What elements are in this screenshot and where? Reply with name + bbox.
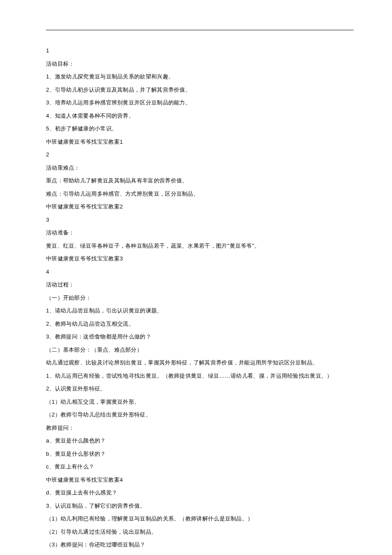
text-line: 5、初步了解健康的小常识。	[46, 124, 354, 133]
text-line: 重点：帮助幼儿了解黄豆及其制品具有丰富的营养价值。	[46, 176, 354, 185]
text-line: d、黄豆摸上去有什么感觉？	[46, 489, 354, 497]
text-line: 2	[46, 150, 354, 159]
text-line: 幼儿通过观察、比较及讨论辨别出黄豆，掌握其外形特征，了解其营养价值，并能运用所学…	[46, 358, 354, 367]
text-line: （2）引导幼儿通过生活经验，说出豆制品。	[46, 528, 354, 536]
text-line: （4）帮助幼儿了解豆制品具有的丰富营养价值。	[46, 554, 354, 555]
text-line: （1）幼儿利用已有经验，理解黄豆与豆制品的关系。（教师讲解什么是豆制品。）	[46, 515, 354, 523]
document-page: 1活动目标：1、激发幼儿探究黄豆与豆制品关系的欲望和兴趣。2、引导幼儿初步认识黄…	[0, 0, 392, 555]
text-line: （一）开始部分：	[46, 294, 354, 302]
text-line: 3、教师提问：这些食物都是用什么做的？	[46, 332, 354, 341]
text-line: 3	[46, 216, 354, 224]
text-line: （二）基本部分：（重点、难点部分）	[46, 346, 354, 354]
text-line: 4	[46, 268, 354, 276]
text-line: 教师提问：	[46, 424, 354, 432]
text-line: 2、认识黄豆外形特征。	[46, 384, 354, 393]
text-line: 中班健康黄豆爷爷找宝宝教案2	[46, 202, 354, 211]
text-line: c、黄豆上有什么？	[46, 462, 354, 471]
text-line: 中班健康黄豆爷爷找宝宝教案1	[46, 138, 354, 146]
text-line: 难点：引导幼儿运用多种感官、方式辨别黄豆，区分豆制品。	[46, 190, 354, 198]
text-line: 中班健康黄豆爷爷找宝宝教案3	[46, 254, 354, 263]
text-line: （1）幼儿相互交流，掌握黄豆外形。	[46, 398, 354, 406]
text-line: （2）教师引导幼儿总结出黄豆外形特征。	[46, 410, 354, 419]
text-line: 活动准备：	[46, 228, 354, 237]
text-line: 3、培养幼儿运用多种感官辨别黄豆并区分豆制品的能力。	[46, 98, 354, 107]
text-line: 3、认识豆制品，了解它们的营养价值。	[46, 502, 354, 510]
text-line: b、黄豆是什么形状的？	[46, 450, 354, 458]
text-line: 2、教师与幼儿边品尝边互相交流。	[46, 320, 354, 328]
text-line: 活动目标：	[46, 60, 354, 68]
text-line: 1	[46, 46, 354, 55]
text-line: 2、引导幼儿初步认识黄豆及其制品，并了解其营养价值。	[46, 86, 354, 94]
text-line: 1、激发幼儿探究黄豆与豆制品关系的欲望和兴趣。	[46, 72, 354, 81]
text-line: 黄豆、红豆、绿豆等各种豆子，各种豆制品若干，蔬菜、水果若干，图片"黄豆爷爷"。	[46, 242, 354, 250]
text-line: 4、知道人体需要各种不同的营养。	[46, 112, 354, 120]
text-line: 活动过程：	[46, 280, 354, 289]
top-divider	[46, 30, 354, 30]
text-line: 活动重难点：	[46, 164, 354, 172]
document-content: 1活动目标：1、激发幼儿探究黄豆与豆制品关系的欲望和兴趣。2、引导幼儿初步认识黄…	[46, 46, 354, 555]
text-line: 1、幼儿运用已有经验，尝试性地寻找出黄豆。（教师提供黄豆、绿豆……请幼儿看、摸，…	[46, 372, 354, 380]
text-line: 1、请幼儿品尝豆制品，引出认识黄豆的课题。	[46, 306, 354, 315]
text-line: a、黄豆是什么颜色的？	[46, 436, 354, 445]
text-line: （3）教师提问：你还吃过哪些豆制品？	[46, 541, 354, 549]
text-line: 中班健康黄豆爷爷找宝宝教案4	[46, 476, 354, 484]
